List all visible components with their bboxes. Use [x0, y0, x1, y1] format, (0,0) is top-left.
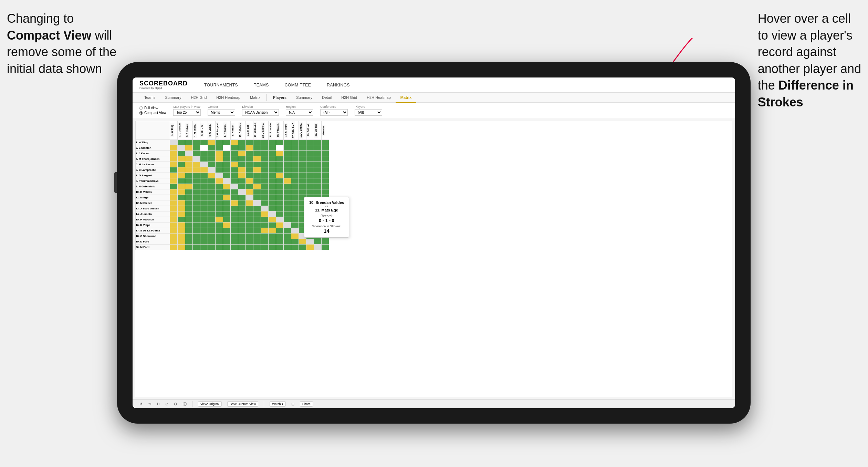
matrix-cell[interactable]: [185, 211, 193, 217]
matrix-cell[interactable]: [193, 139, 200, 145]
matrix-cell[interactable]: [185, 139, 193, 145]
tab-h2h-heatmap-players[interactable]: H2H Heatmap: [362, 93, 396, 103]
matrix-cell[interactable]: [284, 145, 291, 151]
matrix-cell[interactable]: [253, 200, 261, 206]
matrix-cell[interactable]: [231, 233, 238, 239]
matrix-cell[interactable]: [284, 206, 291, 211]
matrix-cell[interactable]: [269, 178, 276, 184]
matrix-cell[interactable]: [253, 184, 261, 189]
matrix-cell[interactable]: [178, 206, 185, 211]
matrix-cell[interactable]: [193, 173, 200, 178]
matrix-cell[interactable]: [246, 139, 253, 145]
matrix-cell[interactable]: [231, 156, 238, 162]
matrix-cell[interactable]: [178, 228, 185, 233]
matrix-cell[interactable]: [223, 195, 231, 200]
matrix-cell[interactable]: [193, 167, 200, 173]
matrix-cell[interactable]: [208, 156, 216, 162]
matrix-cell[interactable]: [200, 156, 208, 162]
matrix-cell[interactable]: [276, 189, 284, 195]
matrix-cell[interactable]: [185, 151, 193, 156]
matrix-cell[interactable]: [322, 162, 329, 167]
matrix-cell[interactable]: [299, 167, 306, 173]
matrix-cell[interactable]: [185, 228, 193, 233]
matrix-cell[interactable]: [231, 151, 238, 156]
matrix-cell[interactable]: [231, 206, 238, 211]
matrix-cell[interactable]: [223, 206, 231, 211]
matrix-cell[interactable]: [216, 151, 223, 156]
matrix-cell[interactable]: [253, 173, 261, 178]
matrix-cell[interactable]: [299, 244, 306, 250]
matrix-cell[interactable]: [322, 239, 329, 244]
matrix-cell[interactable]: [246, 200, 253, 206]
matrix-cell[interactable]: [284, 151, 291, 156]
matrix-cell[interactable]: [170, 206, 178, 211]
matrix-cell[interactable]: [238, 228, 246, 233]
matrix-cell[interactable]: [322, 173, 329, 178]
matrix-cell[interactable]: [276, 145, 284, 151]
matrix-cell[interactable]: [306, 178, 314, 184]
matrix-cell[interactable]: [261, 206, 269, 211]
matrix-cell[interactable]: [269, 206, 276, 211]
matrix-cell[interactable]: [253, 139, 261, 145]
matrix-cell[interactable]: [170, 139, 178, 145]
matrix-cell[interactable]: [299, 156, 306, 162]
matrix-cell[interactable]: [299, 151, 306, 156]
matrix-cell[interactable]: [246, 222, 253, 228]
matrix-cell[interactable]: [261, 189, 269, 195]
matrix-cell[interactable]: [284, 200, 291, 206]
matrix-cell[interactable]: [238, 206, 246, 211]
matrix-cell[interactable]: [216, 178, 223, 184]
matrix-cell[interactable]: [185, 239, 193, 244]
matrix-cell[interactable]: [276, 139, 284, 145]
matrix-cell[interactable]: [322, 145, 329, 151]
matrix-cell[interactable]: [231, 167, 238, 173]
matrix-cell[interactable]: [291, 162, 299, 167]
matrix-cell[interactable]: [200, 211, 208, 217]
matrix-cell[interactable]: [208, 228, 216, 233]
matrix-cell[interactable]: [193, 195, 200, 200]
matrix-cell[interactable]: [246, 145, 253, 151]
tab-h2h-grid[interactable]: H2H Grid: [186, 93, 211, 103]
matrix-cell[interactable]: [322, 178, 329, 184]
matrix-cell[interactable]: [322, 189, 329, 195]
matrix-cell[interactable]: [314, 178, 322, 184]
matrix-cell[interactable]: [193, 233, 200, 239]
matrix-cell[interactable]: [291, 139, 299, 145]
redo-icon[interactable]: ↻: [157, 402, 160, 406]
matrix-cell[interactable]: [238, 189, 246, 195]
matrix-cell[interactable]: [178, 200, 185, 206]
matrix-cell[interactable]: [291, 189, 299, 195]
matrix-cell[interactable]: [200, 200, 208, 206]
matrix-cell[interactable]: [200, 178, 208, 184]
matrix-cell[interactable]: [238, 239, 246, 244]
matrix-cell[interactable]: [276, 167, 284, 173]
matrix-cell[interactable]: [276, 173, 284, 178]
matrix-cell[interactable]: [314, 139, 322, 145]
matrix-cell[interactable]: [208, 195, 216, 200]
matrix-table-wrapper[interactable]: 1. W Ding 2. L Clanton 3. J Koivun 4. M …: [135, 121, 732, 397]
matrix-cell[interactable]: [261, 151, 269, 156]
matrix-cell[interactable]: [253, 239, 261, 244]
matrix-cell[interactable]: [231, 228, 238, 233]
matrix-cell[interactable]: [261, 200, 269, 206]
matrix-cell[interactable]: [200, 195, 208, 200]
matrix-cell[interactable]: [261, 228, 269, 233]
matrix-cell[interactable]: [291, 145, 299, 151]
matrix-cell[interactable]: [269, 162, 276, 167]
matrix-cell[interactable]: [193, 189, 200, 195]
matrix-cell[interactable]: [216, 189, 223, 195]
matrix-cell[interactable]: [208, 139, 216, 145]
matrix-cell[interactable]: [269, 228, 276, 233]
matrix-cell[interactable]: [291, 156, 299, 162]
tab-teams[interactable]: Teams: [139, 93, 160, 103]
matrix-cell[interactable]: [291, 239, 299, 244]
matrix-cell[interactable]: [246, 244, 253, 250]
matrix-cell[interactable]: [170, 145, 178, 151]
matrix-cell[interactable]: [253, 211, 261, 217]
matrix-cell[interactable]: [200, 206, 208, 211]
matrix-cell[interactable]: [253, 167, 261, 173]
matrix-cell[interactable]: [322, 156, 329, 162]
matrix-cell[interactable]: [223, 244, 231, 250]
matrix-cell[interactable]: [269, 189, 276, 195]
matrix-cell[interactable]: [170, 244, 178, 250]
